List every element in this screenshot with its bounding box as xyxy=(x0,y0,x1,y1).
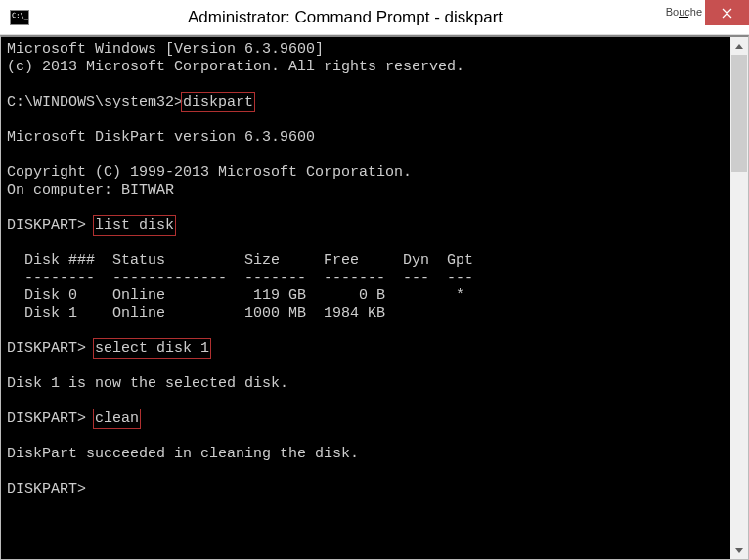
prompt: DISKPART> xyxy=(7,410,95,427)
output-line: DiskPart succeeded in cleaning the disk. xyxy=(7,446,725,463)
blank-line xyxy=(7,323,725,340)
prompt: DISKPART> xyxy=(7,217,95,234)
blank-line xyxy=(7,463,725,481)
command-list-disk: list disk xyxy=(95,217,174,234)
blank-line xyxy=(7,76,725,94)
blank-line xyxy=(7,111,725,129)
prompt-line: DISKPART> select disk 1 xyxy=(7,340,725,358)
terminal-output[interactable]: Microsoft Windows [Version 6.3.9600](c) … xyxy=(1,37,730,559)
blank-line xyxy=(7,147,725,164)
scroll-up-button[interactable] xyxy=(730,37,748,55)
partial-text: Bouche xyxy=(666,6,702,18)
output-line: Copyright (C) 1999-2013 Microsoft Corpor… xyxy=(7,164,725,182)
table-sep: -------- ------------- ------- ------- -… xyxy=(7,270,725,287)
command-clean: clean xyxy=(95,410,139,427)
table-row: Disk 1 Online 1000 MB 1984 KB xyxy=(7,305,725,323)
blank-line xyxy=(7,358,725,375)
scroll-down-button[interactable] xyxy=(730,541,748,559)
output-line: On computer: BITWAR xyxy=(7,182,725,199)
prompt: C:\WINDOWS\system32> xyxy=(7,94,183,110)
prompt-line: DISKPART> clean xyxy=(7,410,725,428)
prompt-line: DISKPART> xyxy=(7,481,725,498)
app-icon xyxy=(10,10,29,25)
window-titlebar: Administrator: Command Prompt - diskpart… xyxy=(0,0,749,35)
output-line: Disk 1 is now the selected disk. xyxy=(7,375,725,393)
command-select-disk: select disk 1 xyxy=(95,340,209,357)
vertical-scrollbar[interactable] xyxy=(730,37,748,559)
output-line: (c) 2013 Microsoft Corporation. All righ… xyxy=(7,59,725,76)
table-row: Disk 0 Online 119 GB 0 B * xyxy=(7,287,725,305)
command-diskpart: diskpart xyxy=(183,94,253,110)
blank-line xyxy=(7,428,725,446)
prompt-line: C:\WINDOWS\system32>diskpart xyxy=(7,94,725,111)
chevron-down-icon xyxy=(735,548,743,553)
blank-line xyxy=(7,199,725,217)
table-header: Disk ### Status Size Free Dyn Gpt xyxy=(7,252,725,270)
output-line: Microsoft Windows [Version 6.3.9600] xyxy=(7,41,725,59)
output-line: Microsoft DiskPart version 6.3.9600 xyxy=(7,129,725,147)
scroll-thumb[interactable] xyxy=(731,55,747,172)
close-button[interactable] xyxy=(705,0,749,25)
window-title: Administrator: Command Prompt - diskpart xyxy=(29,8,661,27)
prompt-line: DISKPART> list disk xyxy=(7,217,725,235)
blank-line xyxy=(7,235,725,252)
terminal-container: Microsoft Windows [Version 6.3.9600](c) … xyxy=(0,35,749,560)
close-icon xyxy=(722,8,732,19)
chevron-up-icon xyxy=(735,44,743,49)
prompt: DISKPART> xyxy=(7,340,95,357)
blank-line xyxy=(7,393,725,410)
